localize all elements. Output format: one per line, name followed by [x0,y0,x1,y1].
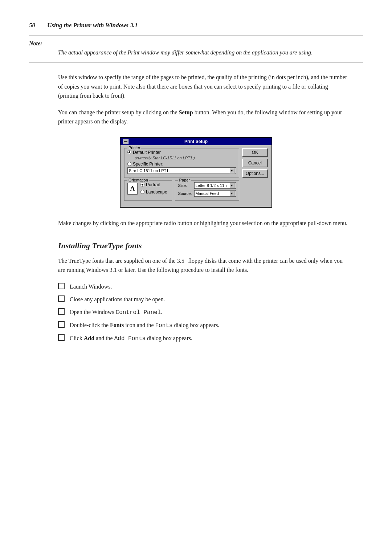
ok-button[interactable]: OK [242,148,268,157]
printer-dropdown-value: Star LC 1511 on LPT1: [129,168,170,173]
printer-dropdown-row: Star LC 1511 on LPT1: ▼ [127,167,236,174]
page-number: 50 [29,22,40,29]
paragraph-1: Use this window to specify the range of … [58,73,348,101]
list-item: Close any applications that may be open. [58,295,348,304]
list-item-text: Close any applications that may be open. [70,295,165,304]
list-item-text: Open the Windows Control Panel. [70,308,162,317]
paper-group-label: Paper [178,178,191,182]
printer-dropdown[interactable]: Star LC 1511 on LPT1: ▼ [127,167,236,174]
dialog-body: Printer Default Printer (currently Star … [121,145,271,207]
bottom-groups: Orientation A [124,180,239,203]
dialog-buttons: OK Cancel Options... [242,148,268,203]
paragraph-2-text: You can change the printer setup by clic… [58,109,179,115]
checkbox-icon [58,295,65,302]
dialog-titlebar: — Print Setup [121,138,271,145]
checkbox-icon [58,308,65,315]
specific-printer-radio[interactable] [127,162,131,166]
dialog-container: — Print Setup Printer [29,137,363,208]
specific-printer-row: Specific Printer: [127,162,236,167]
specific-printer-label: Specific Printer: [133,162,163,167]
checklist: Launch Windows. Close any applications t… [58,282,348,343]
options-button[interactable]: Options... [242,169,268,178]
system-menu-button[interactable]: — [123,139,128,144]
current-printer-label: (currently Star LC-1511 on LPT1:) [135,156,195,160]
list-item-text: Click Add and the Add Fonts dialog box a… [70,334,192,343]
size-label: Size: [178,183,193,188]
list-item-text: Launch Windows. [70,282,112,291]
paper-rows: Size: Letter 8 1/2 x 11 in ▼ Source: [178,182,236,197]
source-row: Source: Manual Feed ▼ [178,190,236,197]
print-setup-dialog: — Print Setup Printer [120,137,272,208]
portrait-label: Portrait [146,182,160,187]
orientation-group-label: Orientation [127,178,149,182]
paragraph-2-bold: Setup [179,109,193,115]
page-title: Using the Printer with Windows 3.1 [47,22,138,29]
printer-group: Printer Default Printer (currently Star … [124,148,239,178]
note-text: The actual appearance of the Print windo… [58,48,363,57]
source-value: Manual Feed [196,191,219,196]
page: 50 Using the Printer with Windows 3.1 No… [0,0,392,555]
list-item: Open the Windows Control Panel. [58,307,348,317]
size-value: Letter 8 1/2 x 11 in [196,183,229,188]
size-dropdown-arrow[interactable]: ▼ [229,183,234,188]
note-label: Note: [29,40,363,47]
source-label: Source: [178,191,193,196]
orientation-inner: A Portrait [127,182,169,195]
printer-group-label: Printer [127,146,141,150]
list-item: Click Add and the Add Fonts dialog box a… [58,334,348,343]
dialog-title: Print Setup [184,139,208,144]
checkbox-icon [58,321,65,328]
letter-a-icon: A [127,183,138,195]
paragraph-3: Make changes by clicking on the appropri… [58,219,348,228]
paper-group: Paper Size: Letter 8 1/2 x 11 in ▼ [175,180,239,201]
default-printer-row: Default Printer [127,150,236,155]
cancel-button[interactable]: Cancel [242,159,268,167]
checkbox-icon [58,334,65,341]
portrait-radio[interactable] [140,183,144,187]
source-dropdown[interactable]: Manual Feed ▼ [194,190,236,197]
size-row: Size: Letter 8 1/2 x 11 in ▼ [178,182,236,189]
radio-dot [128,151,130,153]
default-printer-label: Default Printer [133,150,161,155]
page-header: 50 Using the Printer with Windows 3.1 [29,22,363,29]
paragraph-2: You can change the printer setup by clic… [58,108,348,126]
orientation-group: Orientation A [124,180,172,201]
section-heading: Installing TrueType fonts [58,241,363,250]
system-menu-icon: — [124,139,127,143]
size-dropdown[interactable]: Letter 8 1/2 x 11 in ▼ [194,182,236,189]
list-item: Double-click the Fonts icon and the Font… [58,321,348,330]
portrait-row: Portrait [140,182,167,187]
source-dropdown-arrow[interactable]: ▼ [229,191,234,196]
note-box: Note: The actual appearance of the Print… [29,36,363,62]
dialog-main-area: Printer Default Printer (currently Star … [124,148,239,203]
orientation-radios: Portrait Landscape [140,182,167,195]
portrait-dot [142,184,143,185]
section-body: The TrueType fonts that are supplied on … [58,256,348,275]
landscape-row: Landscape [140,189,167,195]
current-printer-row: (currently Star LC-1511 on LPT1:) [133,156,236,160]
checkbox-icon [58,283,65,289]
default-printer-radio[interactable] [127,150,131,154]
printer-dropdown-arrow[interactable]: ▼ [229,168,234,173]
landscape-radio[interactable] [140,190,144,194]
list-item: Launch Windows. [58,282,348,291]
landscape-label: Landscape [146,189,167,195]
list-item-text: Double-click the Fonts icon and the Font… [70,321,219,330]
